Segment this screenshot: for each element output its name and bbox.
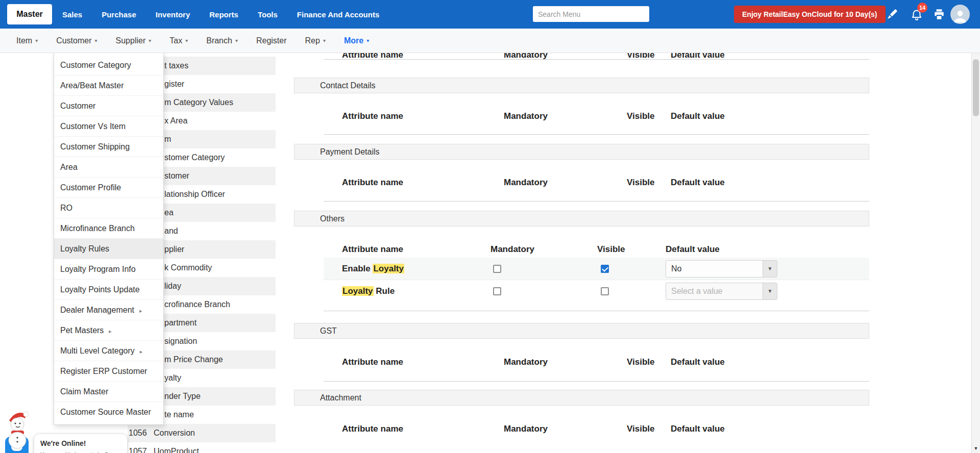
menubar-item-more[interactable]: More▾	[344, 36, 369, 45]
column-header-attribute-name: Attribute name	[342, 242, 403, 257]
menu-item-multi-level-category[interactable]: Multi Level Category▸	[54, 341, 163, 361]
column-header-attribute-name: Attribute name	[342, 175, 403, 190]
chat-mascot[interactable]	[2, 408, 34, 452]
list-item-label: m	[164, 130, 171, 148]
menu-item-customer-shipping[interactable]: Customer Shipping	[54, 137, 163, 157]
menu-item-label: Multi Level Category	[60, 346, 135, 355]
visible-checkbox[interactable]	[601, 265, 609, 273]
attribute-name-label: Enable Loyalty	[342, 258, 404, 280]
attribute-row-enable-loyalty: Enable Loyalty No ▼	[324, 258, 869, 280]
list-item[interactable]: 1057UomProduct	[128, 442, 276, 453]
menu-item-area[interactable]: Area	[54, 157, 163, 178]
column-header-mandatory: Mandatory	[504, 422, 548, 436]
nav-item-inventory[interactable]: Inventory	[156, 10, 190, 19]
column-header-default-value: Default value	[671, 175, 725, 190]
column-header-mandatory: Mandatory	[504, 53, 548, 62]
menubar-item-register[interactable]: Register	[256, 36, 287, 45]
default-value-select[interactable]: No ▼	[666, 260, 777, 278]
menu-item-area-beat-master[interactable]: Area/Beat Master	[54, 76, 163, 96]
chevron-down-icon: ▾	[35, 38, 38, 43]
mandatory-checkbox[interactable]	[493, 287, 501, 295]
menu-item-customer-vs-item[interactable]: Customer Vs Item	[54, 116, 163, 137]
mandatory-checkbox[interactable]	[493, 265, 501, 273]
menu-item-microfinance-branch[interactable]: Microfinance Branch	[54, 218, 163, 239]
mascot-snowman-icon	[2, 408, 34, 450]
search-highlight: Loyalty	[342, 286, 374, 296]
menubar-item-customer[interactable]: Customer▾	[56, 36, 97, 45]
nav-item-reports[interactable]: Reports	[209, 10, 238, 19]
section-header-gst: GST	[294, 323, 869, 339]
chat-status-bubble[interactable]: We're Online! How may I help you today?	[34, 434, 127, 453]
column-header-attribute-name: Attribute name	[342, 422, 403, 436]
column-header-visible: Visible	[627, 175, 655, 190]
menu-item-pet-masters[interactable]: Pet Masters▸	[54, 320, 163, 341]
menu-item-loyalty-points-update[interactable]: Loyalty Points Update	[54, 280, 163, 300]
default-value-select[interactable]: Select a value ▼	[666, 283, 777, 300]
menubar-item-supplier[interactable]: Supplier▾	[116, 36, 152, 45]
column-header-default-value: Default value	[671, 422, 725, 436]
chevron-down-icon: ▼	[768, 288, 773, 294]
nav-item-sales[interactable]: Sales	[62, 10, 82, 19]
select-value: No	[671, 261, 681, 277]
menu-item-label: Customer Source Master	[60, 408, 151, 416]
column-header-mandatory: Mandatory	[504, 355, 548, 369]
menu-item-register-erp-customer[interactable]: Register ERP Customer	[54, 361, 163, 382]
divider	[324, 134, 869, 135]
menu-item-loyalty-program-info[interactable]: Loyalty Program Info	[54, 259, 163, 280]
menu-item-ro[interactable]: RO	[54, 198, 163, 218]
scroll-down-arrow-icon[interactable]: ▼	[972, 444, 980, 453]
user-avatar[interactable]	[950, 5, 970, 24]
menubar-item-tax[interactable]: Tax▾	[169, 36, 188, 45]
divider	[324, 381, 869, 382]
menu-item-customer-profile[interactable]: Customer Profile	[54, 178, 163, 198]
menubar-item-item[interactable]: Item▾	[16, 36, 38, 45]
submenu-arrow-icon: ▸	[139, 308, 142, 314]
list-item-label: partment	[164, 314, 197, 332]
printer-icon[interactable]	[933, 8, 946, 21]
scrollbar-thumb[interactable]	[973, 59, 979, 116]
menubar-item-label: Rep	[305, 36, 320, 45]
list-item-id: 1057	[129, 442, 147, 453]
customer-dropdown-menu: Customer Category Area/Beat Master Custo…	[54, 53, 164, 425]
chevron-down-icon: ▾	[185, 38, 188, 43]
select-dropdown-button[interactable]: ▼	[763, 261, 777, 277]
list-item[interactable]: 1056Conversion	[128, 424, 276, 442]
menubar-item-label: Customer	[56, 36, 91, 45]
visible-checkbox[interactable]	[601, 287, 609, 295]
column-header-row: Attribute name Mandatory Visible Default…	[294, 175, 869, 190]
list-item-label: pplier	[164, 240, 184, 259]
menu-item-dealer-management[interactable]: Dealer Management▸	[54, 300, 163, 320]
menu-item-customer-category[interactable]: Customer Category	[54, 55, 163, 76]
menu-item-customer-source-master[interactable]: Customer Source Master	[54, 402, 163, 422]
menu-item-label: RO	[60, 204, 72, 212]
list-item-label: te name	[164, 406, 194, 424]
attribute-settings-panel: Attribute name Mandatory Visible Default…	[294, 53, 869, 453]
promo-button[interactable]: Enjoy RetailEasy OnCloud for 10 Day(s)	[734, 6, 886, 23]
select-placeholder: Select a value	[671, 283, 723, 299]
paint-brush-icon[interactable]	[886, 8, 899, 21]
attribute-name-label: Loyalty Rule	[342, 280, 395, 303]
vertical-scrollbar[interactable]: ▼	[971, 53, 980, 453]
nav-master-button[interactable]: Master	[7, 4, 52, 24]
column-header-row: Attribute name Mandatory Visible Default…	[294, 422, 869, 436]
menubar-item-rep[interactable]: Rep▾	[305, 36, 326, 45]
list-item-label: stomer	[164, 167, 189, 185]
person-icon	[951, 8, 969, 24]
column-header-row: Attribute name Mandatory Visible Default…	[294, 109, 869, 123]
menu-item-customer[interactable]: Customer	[54, 96, 163, 116]
menu-item-label: Loyalty Rules	[60, 244, 109, 253]
menu-item-claim-master[interactable]: Claim Master	[54, 382, 163, 402]
menubar-item-branch[interactable]: Branch▾	[206, 36, 238, 45]
nav-item-purchase[interactable]: Purchase	[102, 10, 136, 19]
list-item-label: lationship Officer	[164, 185, 225, 204]
nav-item-finance-and-accounts[interactable]: Finance And Accounts	[297, 10, 379, 19]
list-item-label: crofinance Branch	[164, 295, 230, 314]
menu-item-label: Pet Masters	[60, 326, 104, 335]
section-header-contact-details: Contact Details	[294, 78, 869, 93]
chevron-down-icon: ▼	[768, 266, 773, 271]
menu-item-label: Dealer Management	[60, 306, 134, 314]
select-dropdown-button[interactable]: ▼	[763, 283, 777, 299]
search-input[interactable]	[533, 6, 649, 22]
menu-item-loyalty-rules[interactable]: Loyalty Rules	[54, 239, 163, 259]
nav-item-tools[interactable]: Tools	[258, 10, 278, 19]
